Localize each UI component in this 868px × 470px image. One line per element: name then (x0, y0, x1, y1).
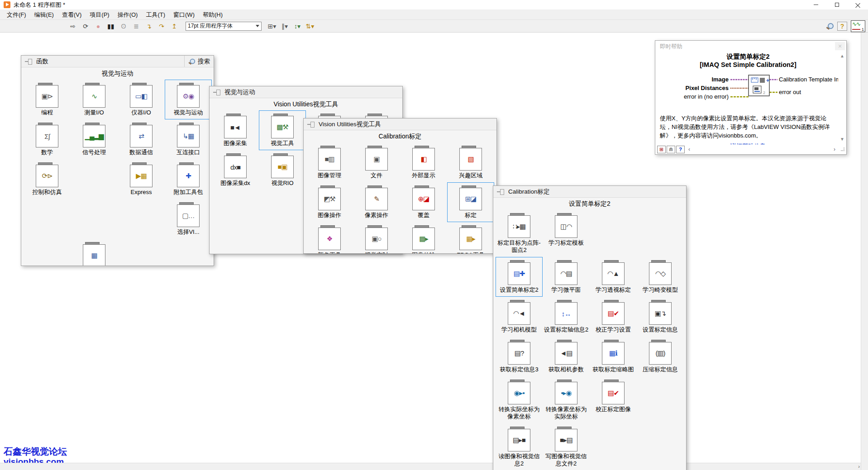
palette-item[interactable]: ▦▸FPGA工具 (447, 222, 494, 254)
palette-item[interactable]: ▤?获取标定信息3 (496, 337, 543, 376)
vertical-scrollbar[interactable] (861, 33, 868, 470)
palette-item[interactable]: ✎像素操作 (353, 182, 400, 222)
pin-icon[interactable] (25, 59, 32, 64)
palette-item[interactable]: ▶▦Express (118, 159, 165, 199)
palette-item[interactable]: ■◄图像采集 (212, 110, 259, 150)
palette-item[interactable]: ⚙◉视觉与运动 (165, 80, 212, 119)
retain-wire-values-button[interactable]: ≣ (130, 21, 142, 32)
menu-item[interactable]: 操作(O) (114, 10, 142, 20)
show-optional-terminals-button[interactable]: ⊞ (657, 146, 666, 153)
palette-item[interactable]: ⇄数据通信 (118, 119, 165, 159)
help-button[interactable]: ? (837, 22, 847, 31)
palette-item[interactable]: ▤✚设置简单标定2 (496, 257, 543, 297)
palette-item[interactable]: ▢…选择VI... (165, 199, 212, 239)
palette-item[interactable]: ▤▸■读图像和视觉信息2 (496, 423, 543, 470)
palette-search-button[interactable]: 搜索 (184, 56, 210, 67)
calibration-palette-titlebar[interactable]: Calibration标定 (493, 186, 686, 198)
palette-item[interactable]: ▣文件 (353, 142, 400, 182)
palette-item[interactable]: ↳▦互连接口 (165, 119, 212, 159)
palette-item[interactable]: ▣○视觉实时 (353, 222, 400, 254)
lock-help-button[interactable]: ⋒ (667, 146, 675, 153)
palette-item[interactable]: ■▣视觉RIO (259, 150, 306, 190)
palette-item[interactable]: ◠▤学习微平面 (543, 257, 590, 297)
palette-item[interactable]: ⊞◪标定 (447, 182, 494, 222)
step-out-button[interactable]: ↥ (168, 21, 180, 32)
palette-item[interactable]: ▩⚒视觉工具 (259, 110, 306, 150)
palette-item[interactable]: ❖颜色工具 (306, 222, 353, 254)
palette-item[interactable]: ▤✔校正标定图像 (590, 376, 637, 423)
clean-up-diagram-button[interactable]: ⇅▾ (304, 21, 316, 32)
palette-item[interactable]: ∷▸▦标定目标为点阵-圆点2 (496, 210, 543, 257)
palette-item[interactable]: ∿测量I/O (71, 80, 118, 119)
vision-utilities-palette-titlebar[interactable]: Vision Utilities视觉工具 (304, 119, 496, 130)
vi-icon[interactable]: ∿∿1 (851, 20, 865, 32)
palette-item-icon: ❖ (318, 228, 341, 250)
step-over-button[interactable]: ↷ (156, 21, 167, 32)
palette-item[interactable]: ▩▸图像传输 (400, 222, 447, 254)
align-objects-button[interactable]: ⊞▾ (266, 21, 278, 32)
palette-item[interactable]: ▦FPGA接口 (71, 239, 118, 266)
menu-item[interactable]: 编辑(E) (30, 10, 58, 20)
menu-item[interactable]: 查看(V) (58, 10, 86, 20)
palette-item[interactable]: ▧兴趣区域 (447, 142, 494, 182)
palette-item[interactable]: ◠◄学习相机模型 (496, 297, 543, 337)
resize-objects-button[interactable]: ↕▾ (291, 21, 303, 32)
palette-item[interactable]: ⟳⊳控制和仿真 (24, 159, 71, 199)
palette-item[interactable]: ◧外部显示 (400, 142, 447, 182)
pin-icon[interactable] (213, 90, 220, 95)
palette-item[interactable]: ■▥图像管理 (306, 142, 353, 182)
search-icon[interactable] (826, 23, 834, 30)
palette-item[interactable]: ▣⊳编程 (24, 80, 71, 119)
scroll-down-icon[interactable]: ▼ (840, 137, 844, 142)
menu-item[interactable]: 窗口(W) (169, 10, 199, 20)
palette-item[interactable]: ▁▄▂▆信号处理 (71, 119, 118, 159)
horizontal-scrollbar[interactable]: › (0, 463, 861, 470)
palette-item[interactable]: ↕↔设置标定轴信息2 (543, 297, 590, 337)
palette-item[interactable]: dx■图像采集dx (212, 150, 259, 190)
menu-item[interactable]: 文件(F) (3, 10, 30, 20)
abort-button[interactable]: ● (92, 21, 104, 32)
pause-button[interactable]: ▮▮ (105, 21, 117, 32)
palette-item[interactable]: ◠◇学习畸变模型 (637, 257, 684, 297)
menu-item[interactable]: 帮助(H) (199, 10, 227, 20)
menu-item[interactable]: 项目(P) (86, 10, 113, 20)
palette-item[interactable]: ▤✔校正学习设置 (590, 297, 637, 337)
font-selector[interactable]: 17pt 应用程序字体 (186, 22, 262, 31)
scroll-up-icon[interactable]: ▲ (840, 53, 844, 58)
scroll-left-icon[interactable]: ‹ (688, 146, 690, 152)
palette-item[interactable]: ◄▤获取相机参数 (543, 337, 590, 376)
palette-item[interactable]: ■▸▤写图像和视觉信息文件2 (543, 423, 590, 470)
palette-item-label: 学习标定模板 (548, 239, 584, 247)
palette-item[interactable]: Σ∫数学 (24, 119, 71, 159)
palette-item[interactable]: ✚附加工具包 (165, 159, 212, 199)
palette-item[interactable]: ▭◧仪器I/O (118, 80, 165, 119)
palette-empty-cell (71, 159, 118, 199)
menu-item[interactable]: 工具(T) (142, 10, 169, 20)
palette-item[interactable]: ⊕◪覆盖 (400, 182, 447, 222)
scroll-right-icon[interactable]: › (834, 146, 835, 152)
palette-item[interactable]: (▥)压缩标定信息 (637, 337, 684, 376)
run-continuous-button[interactable]: ⟳ (80, 21, 91, 32)
palette-item[interactable]: ◫◠学习标定模板 (543, 210, 590, 257)
step-into-button[interactable]: ↴ (143, 21, 155, 32)
run-button[interactable]: ⇨ (67, 21, 79, 32)
pin-icon[interactable] (307, 122, 315, 127)
vision-motion-palette-titlebar[interactable]: 视觉与运动 (210, 86, 402, 98)
detailed-help-button[interactable]: ? (676, 146, 685, 153)
palette-item[interactable]: ◩⚒图像操作 (306, 182, 353, 222)
palette-item[interactable]: ◉▸▪转换实际坐标为像素坐标 (496, 376, 543, 423)
palette-item[interactable]: ▪▸◉转换像素坐标为实际坐标 (543, 376, 590, 423)
palette-item[interactable]: ▦ℹ获取标定缩略图 (590, 337, 637, 376)
close-button[interactable] (847, 0, 868, 10)
functions-palette-titlebar[interactable]: 函数 搜索 (21, 56, 214, 67)
minimize-button[interactable] (806, 0, 826, 10)
palette-item[interactable]: ▣↴设置标定信息 (637, 297, 684, 337)
maximize-button[interactable] (826, 0, 847, 10)
palette-item[interactable]: ◠▲学习透视标定 (590, 257, 637, 297)
pin-icon[interactable] (497, 189, 504, 195)
close-icon[interactable]: ✕ (835, 42, 845, 50)
highlight-execution-button[interactable]: ʘ (118, 21, 129, 32)
distribute-objects-button[interactable]: ∥▾ (279, 21, 291, 32)
scroll-right-icon[interactable]: › (858, 464, 860, 469)
resize-grip[interactable] (841, 147, 844, 151)
